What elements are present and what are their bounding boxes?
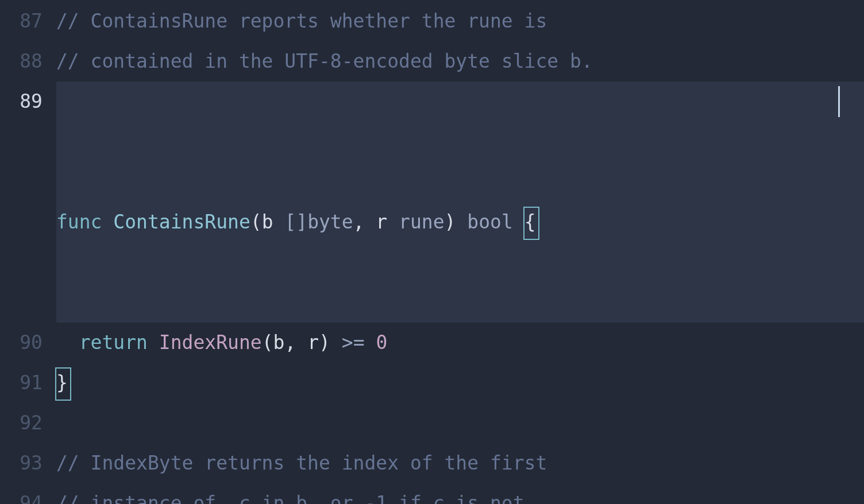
comment: // instance of c in b, or -1 if c is not: [56, 492, 524, 504]
type: rune: [399, 211, 444, 233]
comment: // contained in the UTF-8-encoded byte s…: [56, 50, 593, 72]
active-line-highlight: [56, 82, 864, 323]
line-number: 92: [0, 403, 43, 443]
code-line: 88 // contained in the UTF-8-encoded byt…: [0, 41, 864, 82]
line-number: 90: [0, 323, 43, 363]
param: r: [376, 211, 399, 233]
line-number: 91: [0, 363, 43, 403]
code-line: 90 return IndexRune(b, r) >= 0: [0, 323, 864, 363]
operator: >=: [342, 331, 376, 354]
line-number: 89: [0, 82, 43, 323]
paren-open: (: [250, 211, 262, 233]
type: []byte: [284, 211, 353, 233]
code-editor[interactable]: 87 // ContainsRune reports whether the r…: [0, 1, 864, 504]
return-type: bool: [467, 211, 524, 233]
line-number: 93: [0, 443, 43, 483]
code-line: 91 }: [0, 363, 864, 403]
text-cursor: [838, 86, 840, 117]
line-number: 87: [0, 1, 43, 41]
keyword-func: func: [56, 211, 113, 233]
func-call: IndexRune: [159, 331, 262, 354]
comment: // ContainsRune reports whether the rune…: [56, 10, 547, 32]
param: b: [262, 211, 285, 233]
code-line: 87 // ContainsRune reports whether the r…: [0, 1, 864, 41]
func-name: ContainsRune: [113, 211, 250, 233]
code-line: 93 // IndexByte returns the index of the…: [0, 443, 864, 483]
code-line-active[interactable]: 89 func ContainsRune(b []byte, r rune) b…: [0, 82, 864, 323]
number-literal: 0: [376, 331, 387, 354]
code-line: 92: [0, 403, 864, 443]
keyword-return: return: [79, 331, 159, 354]
comment: // IndexByte returns the index of the fi…: [56, 452, 547, 474]
brace-open-matched: {: [524, 202, 536, 242]
comma: ,: [353, 211, 376, 233]
code-line: 94 // instance of c in b, or -1 if c is …: [0, 483, 864, 504]
paren-close: ): [445, 211, 468, 233]
line-number: 88: [0, 41, 43, 82]
line-number: 94: [0, 483, 43, 504]
brace-close-matched: }: [56, 363, 68, 403]
